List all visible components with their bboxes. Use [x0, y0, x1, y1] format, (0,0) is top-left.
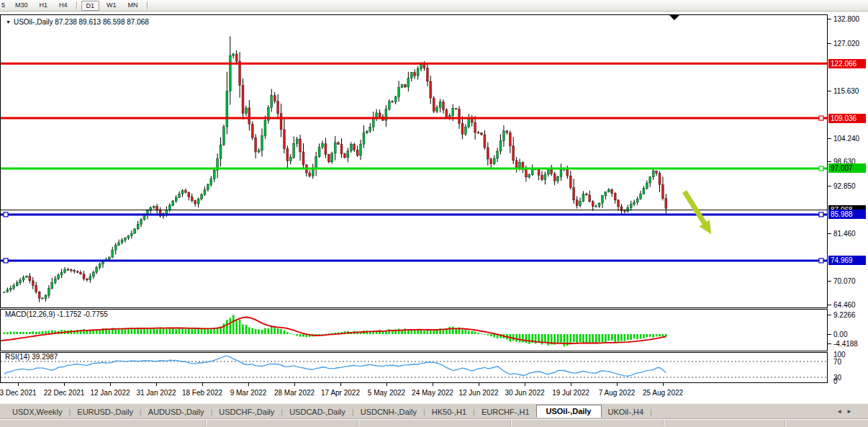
date-tick-dash — [18, 383, 19, 386]
date-label: 9 Mar 2022 — [230, 389, 267, 397]
price-tick-label: 127.020 — [833, 40, 859, 48]
top-arrow-marker-icon[interactable] — [669, 15, 679, 20]
date-tick-dash — [64, 383, 65, 386]
chart-tab-usdcad-daily[interactable]: USDCAD-,Daily — [283, 406, 352, 418]
toolbar-separator — [147, 1, 148, 9]
tab-scroll-arrows: ◄► — [836, 408, 856, 415]
price-tick-dash — [828, 161, 831, 162]
date-tick-dash — [386, 383, 387, 386]
price-chart-pane[interactable]: ▼USOil-,Daily 87.238 89.613 86.598 87.06… — [0, 14, 828, 308]
price-tick-dash — [828, 281, 831, 282]
date-tick-dash — [663, 383, 664, 386]
date-label: 5 May 2022 — [368, 389, 405, 397]
hline-handle-left-85.988[interactable] — [4, 212, 8, 217]
price-tick-label: 132.800 — [833, 15, 859, 23]
rsi-tick-label: 70 — [833, 358, 841, 366]
macd-tick-label: 9.2266 — [833, 311, 856, 319]
chart-tab-ukoil-h4[interactable]: UKOil-,H4 — [602, 406, 651, 418]
statusbar-separator — [663, 420, 664, 426]
date-label: 19 Jul 2022 — [552, 389, 589, 397]
chart-tab-usdchf-daily[interactable]: USDCHF-,Daily — [212, 406, 281, 418]
date-tick-dash — [571, 383, 571, 386]
chart-tab-usdcnh-daily[interactable]: USDCNH-,Daily — [354, 406, 423, 418]
statusbar-separator — [358, 420, 358, 426]
date-label: 31 Jan 2022 — [136, 389, 176, 397]
hline-handle-right-85.988[interactable] — [819, 212, 823, 217]
trading-terminal-window: 5M30H1H4D1W1MN ▼USOil-,Daily 87.238 89.6… — [0, 0, 868, 427]
chart-tab-hk50-h1[interactable]: HK50-,H1 — [425, 406, 473, 418]
macd-histogram — [4, 315, 667, 346]
timeframe-button-5[interactable]: 5 — [0, 0, 9, 11]
statusbar-separator — [205, 420, 206, 426]
macd-chart[interactable] — [1, 310, 827, 351]
statusbar-separator — [785, 420, 785, 426]
status-bar — [0, 418, 868, 427]
hline-handle-right-97.007[interactable] — [819, 166, 823, 171]
chart-tab-eurchf-h1[interactable]: EURCHF-,H1 — [475, 406, 536, 418]
chevron-down-icon[interactable]: ▼ — [6, 19, 11, 24]
timeframe-button-h1[interactable]: H1 — [34, 0, 54, 11]
tab-scroll-left-icon[interactable]: ◄ — [836, 408, 846, 415]
price-badge-85.988: 85.988 — [828, 210, 866, 219]
price-badge-122.066: 122.066 — [828, 59, 866, 68]
date-label: 12 Jan 2022 — [90, 389, 130, 397]
price-badge-74.969: 74.969 — [828, 256, 866, 265]
price-tick-label: 92.850 — [833, 182, 856, 190]
date-label: 22 Dec 2021 — [44, 389, 85, 397]
date-label: 18 Feb 2022 — [182, 389, 222, 397]
date-tick-dash — [617, 383, 618, 386]
chart-tab-usdx-weekly[interactable]: USDX,Weekly — [6, 406, 68, 418]
hline-handle-right-109.036[interactable] — [819, 116, 823, 120]
toolbar-separator — [76, 1, 77, 9]
macd-tick-dash — [828, 343, 831, 344]
price-tick-dash — [828, 91, 831, 91]
hline-handle-right-74.969[interactable] — [819, 259, 823, 263]
symbol-ohlc-text: USOil-,Daily 87.238 89.613 86.598 87.068 — [14, 18, 149, 26]
timeframe-button-mn[interactable]: MN — [122, 0, 144, 11]
price-badge-109.036: 109.036 — [828, 114, 866, 123]
statusbar-separator — [510, 420, 511, 426]
price-tick-dash — [828, 19, 831, 19]
candlestick-chart[interactable] — [1, 15, 827, 307]
sell-arrow-annotation-icon[interactable] — [682, 190, 711, 234]
date-tick-dash — [248, 383, 249, 386]
chart-tab-usoil-daily[interactable]: USOil-,Daily — [536, 405, 602, 418]
hline-handle-left-74.969[interactable] — [4, 259, 8, 263]
timeframe-button-w1[interactable]: W1 — [101, 0, 122, 11]
tab-scroll-right-icon[interactable]: ► — [846, 408, 856, 415]
date-label: 24 May 2022 — [412, 389, 453, 397]
macd-tick-dash — [828, 315, 831, 315]
date-tick-dash — [294, 383, 295, 386]
price-tick-label: 70.070 — [833, 277, 856, 285]
rsi-chart[interactable] — [1, 353, 827, 382]
rsi-label: RSI(14) 39.2987 — [5, 353, 58, 361]
chart-tab-eurusd-daily[interactable]: EURUSD-,Daily — [71, 406, 140, 418]
date-label: 17 Apr 2022 — [321, 389, 360, 397]
macd-label: MACD(12,26,9) -1.1752 -0.7755 — [5, 310, 108, 318]
date-tick-dash — [202, 383, 203, 386]
date-label: 28 Mar 2022 — [274, 389, 315, 397]
date-label: 7 Aug 2022 — [599, 389, 636, 397]
timeframe-button-d1[interactable]: D1 — [81, 1, 100, 11]
timeframe-button-m30[interactable]: M30 — [9, 0, 34, 11]
macd-indicator-pane[interactable]: MACD(12,26,9) -1.1752 -0.7755 — [0, 309, 828, 351]
price-tick-dash — [828, 233, 831, 234]
date-tick-dash — [110, 383, 111, 386]
date-tick-dash — [525, 383, 525, 386]
price-tick-dash — [828, 305, 831, 305]
chart-tab-bar: USDX,Weekly|EURUSD-,Daily|AUDUSD-,Daily|… — [0, 403, 868, 419]
price-tick-label: 115.630 — [833, 87, 859, 95]
chart-tab-audusd-daily[interactable]: AUDUSD-,Daily — [142, 406, 211, 418]
price-tick-dash — [828, 43, 831, 44]
price-badge-97.007: 97.007 — [828, 163, 866, 173]
date-tick-dash — [340, 383, 341, 386]
date-label: 3 Dec 2021 — [0, 389, 37, 397]
macd-tick-label: -4.4188 — [833, 340, 858, 348]
price-tick-label: 104.240 — [833, 135, 859, 143]
date-label: 12 Jun 2022 — [458, 389, 498, 397]
timeframe-toolbar: 5M30H1H4D1W1MN — [0, 0, 868, 12]
timeframe-button-h4[interactable]: H4 — [53, 0, 73, 11]
date-label: 25 Aug 2022 — [643, 389, 683, 397]
price-tick-label: 81.460 — [833, 230, 856, 238]
rsi-indicator-pane[interactable]: RSI(14) 39.2987 — [0, 352, 828, 383]
